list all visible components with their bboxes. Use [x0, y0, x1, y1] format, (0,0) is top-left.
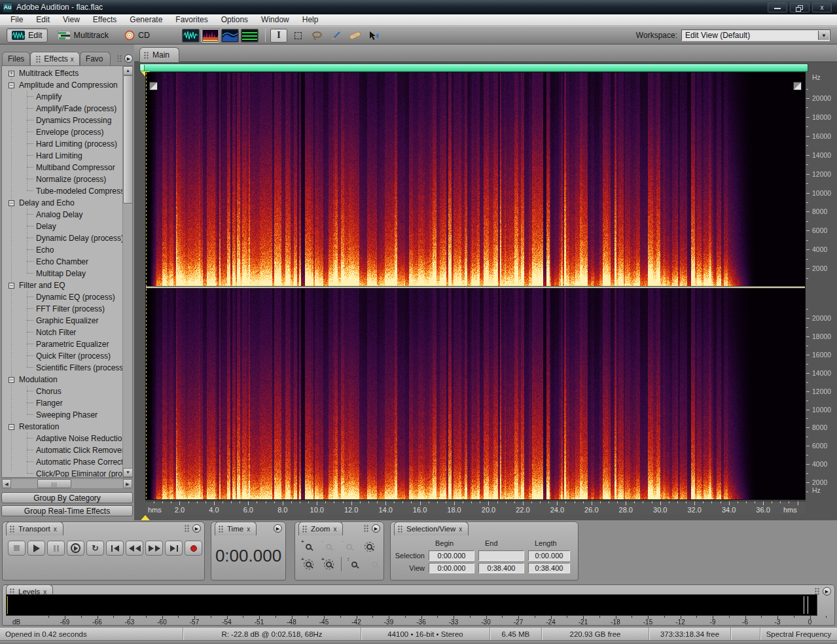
- marquee-selection-tool[interactable]: [289, 29, 306, 43]
- scroll-up-icon[interactable]: ▲: [123, 66, 133, 75]
- spectral-scale-handle-right[interactable]: [793, 82, 802, 90]
- frequency-ruler[interactable]: Hz20000180001600014000120001000080006000…: [806, 72, 836, 500]
- collapse-icon[interactable]: −: [9, 377, 14, 383]
- loop-play-button[interactable]: ↻: [86, 541, 104, 556]
- effects-category[interactable]: −Restoration: [2, 421, 132, 433]
- selection-begin-field[interactable]: 0:00.000: [429, 550, 474, 561]
- level-meter[interactable]: [6, 594, 817, 616]
- effect-item[interactable]: Multiband Compressor: [2, 162, 132, 173]
- tree-hscroll-thumb[interactable]: |||: [37, 479, 71, 488]
- selection-view-panel-tab[interactable]: Selection/View x: [394, 522, 469, 535]
- effect-item[interactable]: Echo Chamber: [2, 256, 132, 268]
- effect-item[interactable]: Analog Delay: [2, 209, 132, 221]
- zoom-out-full-button[interactable]: −: [341, 540, 357, 553]
- time-ruler[interactable]: 2.04.06.08.010.012.014.016.018.020.022.0…: [145, 501, 806, 514]
- effect-item[interactable]: Envelope (process): [2, 126, 132, 138]
- effect-item[interactable]: Sweeping Phaser: [2, 409, 132, 421]
- cd-view-button[interactable]: CD: [120, 28, 154, 43]
- zoom-out-horizontal-button[interactable]: −: [321, 540, 336, 553]
- zoom-in-horizontal-button[interactable]: +: [300, 540, 316, 553]
- view-begin-field[interactable]: 0:00.000: [429, 563, 474, 573]
- stop-button[interactable]: [8, 541, 26, 556]
- effect-item[interactable]: Dynamic EQ (process): [2, 291, 132, 303]
- menu-help[interactable]: Help: [296, 14, 325, 26]
- panel-menu-button[interactable]: ▶: [823, 587, 831, 596]
- collapse-icon[interactable]: −: [9, 82, 14, 88]
- effect-item[interactable]: Scientific Filters (process): [2, 362, 132, 374]
- effect-item[interactable]: Amplify: [2, 91, 132, 103]
- effect-item[interactable]: Parametric Equalizer: [2, 338, 132, 350]
- tree-vscroll-thumb[interactable]: [123, 75, 133, 204]
- transport-panel-tab[interactable]: Transport x: [6, 522, 63, 535]
- group-by-category-button[interactable]: Group By Category: [1, 492, 133, 503]
- view-end-field[interactable]: 0:38.400: [478, 563, 524, 573]
- panel-menu-button[interactable]: ▶: [192, 524, 201, 533]
- effect-item[interactable]: Adaptive Noise Reduction: [2, 433, 132, 444]
- zoom-in-vertical-button[interactable]: ↕: [346, 558, 362, 571]
- tree-horizontal-scrollbar[interactable]: ◀ ||| ▶: [1, 478, 133, 489]
- group-real-time-effects-button[interactable]: Group Real-Time Effects: [1, 505, 133, 516]
- effect-item[interactable]: Amplify/Fade (process): [2, 103, 132, 115]
- effect-item[interactable]: Normalize (process): [2, 173, 132, 185]
- workspace-select[interactable]: Edit View (Default) ▼: [681, 29, 830, 41]
- panel-menu-button[interactable]: ▶: [372, 524, 380, 533]
- tab-close-icon[interactable]: x: [459, 526, 462, 533]
- zoom-in-right-edge-button[interactable]: +: [321, 558, 336, 571]
- collapse-icon[interactable]: −: [9, 283, 14, 289]
- effects-paintbrush-tool[interactable]: [327, 29, 344, 43]
- scroll-left-icon[interactable]: ◀: [2, 479, 11, 488]
- time-display[interactable]: 0:00.000: [211, 546, 285, 566]
- play-button[interactable]: [27, 541, 45, 556]
- pause-button[interactable]: [47, 541, 65, 556]
- effect-item[interactable]: Echo: [2, 244, 132, 256]
- menu-favorites[interactable]: Favorites: [169, 14, 214, 26]
- selection-length-field[interactable]: 0:00.000: [528, 550, 570, 561]
- tree-vertical-scrollbar[interactable]: ▲ ▼: [122, 66, 132, 477]
- effect-item[interactable]: FFT Filter (process): [2, 303, 132, 315]
- spectral-pan-display-button[interactable]: [221, 29, 239, 43]
- effects-category[interactable]: +Multitrack Effects: [2, 67, 132, 79]
- workspace-dropdown-arrow[interactable]: ▼: [818, 31, 829, 40]
- multitrack-view-button[interactable]: Multitrack: [53, 28, 113, 43]
- playhead-marker-bottom[interactable]: [141, 515, 150, 520]
- effect-item[interactable]: Automatic Phase Correcti: [2, 456, 132, 468]
- tab-close-icon[interactable]: x: [247, 526, 250, 533]
- effects-category[interactable]: −Amplitude and Compression: [2, 79, 132, 91]
- tab-favorites[interactable]: Favo: [80, 52, 111, 65]
- effect-item[interactable]: Notch Filter: [2, 327, 132, 338]
- spectral-frequency-display-button[interactable]: [202, 29, 219, 43]
- tab-files[interactable]: Files: [2, 52, 30, 65]
- effect-item[interactable]: Click/Pop Eliminator (pro: [2, 468, 132, 478]
- scrub-tool[interactable]: [365, 29, 382, 43]
- menu-view[interactable]: View: [56, 14, 86, 26]
- effect-item[interactable]: Delay: [2, 221, 132, 232]
- scroll-right-icon[interactable]: ▶: [123, 479, 132, 488]
- menu-file[interactable]: File: [4, 14, 29, 26]
- collapse-icon[interactable]: −: [9, 200, 14, 206]
- tab-effects[interactable]: Effects x: [30, 52, 79, 65]
- tab-close-icon[interactable]: x: [71, 56, 74, 63]
- tab-main[interactable]: Main: [139, 47, 179, 62]
- effect-item[interactable]: Tube-modeled Compress: [2, 185, 132, 197]
- spectral-scale-handle-left[interactable]: [149, 82, 158, 90]
- zoom-out-vertical-button[interactable]: ↕: [366, 558, 382, 571]
- effect-item[interactable]: Chorus: [2, 385, 132, 397]
- time-panel-tab[interactable]: Time x: [215, 522, 257, 535]
- menu-edit[interactable]: Edit: [29, 14, 56, 26]
- effects-category[interactable]: −Delay and Echo: [2, 197, 132, 209]
- effects-category[interactable]: −Modulation: [2, 374, 132, 385]
- menu-generate[interactable]: Generate: [123, 14, 169, 26]
- effect-item[interactable]: Dynamic Delay (process): [2, 232, 132, 244]
- effects-category[interactable]: −Filter and EQ: [2, 279, 132, 291]
- expand-icon[interactable]: +: [9, 71, 14, 77]
- view-length-field[interactable]: 0:38.400: [528, 563, 570, 573]
- menu-effects[interactable]: Effects: [86, 14, 123, 26]
- lasso-selection-tool[interactable]: [308, 29, 325, 43]
- zoom-in-left-edge-button[interactable]: +: [300, 558, 316, 571]
- edit-view-button[interactable]: Edit: [7, 28, 48, 43]
- current-time-indicator[interactable]: [146, 73, 147, 499]
- tab-close-icon[interactable]: x: [333, 526, 336, 533]
- effect-item[interactable]: Flanger: [2, 397, 132, 409]
- go-to-end-button[interactable]: [165, 541, 183, 556]
- time-selection-tool[interactable]: I: [270, 29, 287, 43]
